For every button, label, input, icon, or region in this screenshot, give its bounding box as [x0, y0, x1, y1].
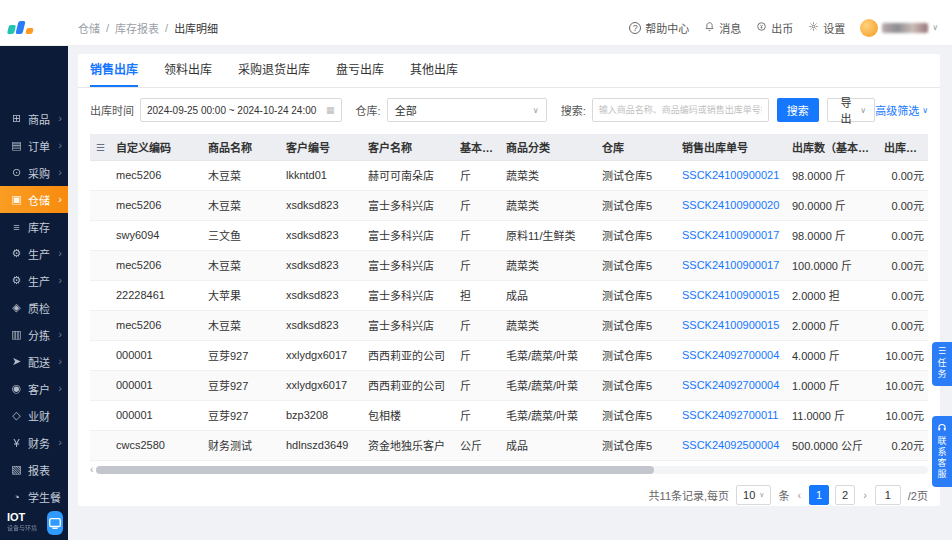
tab-purchase-return[interactable]: 采购退货出库	[238, 54, 310, 87]
cell: 富士多科兴店	[362, 250, 454, 280]
cell: 测试仓库5	[596, 310, 676, 340]
tab-sale[interactable]: 销售出库	[90, 54, 138, 87]
cell: 测试仓库5	[596, 220, 676, 250]
table-row[interactable]: 000001豆芽927xxlydgx6017西西莉亚的公司斤毛菜/蔬菜/叶菜测试…	[90, 340, 928, 370]
sidebar-item-production2[interactable]: ⚙生产›	[0, 267, 68, 294]
page-jump-input[interactable]: 1	[875, 485, 901, 505]
total-pages-text: /2页	[908, 487, 928, 503]
outbound-order-link[interactable]: SSCK24092700004	[676, 370, 786, 400]
chevron-right-icon: ›	[58, 329, 62, 340]
tab-bar: 销售出库领料出库采购退货出库盘亏出库其他出库	[78, 54, 940, 88]
page-button-2[interactable]: 2	[835, 485, 855, 505]
cell: 2.0000 斤	[786, 310, 878, 340]
table-row[interactable]: mec5206木豆菜lkkntd01赫可可南朵店斤蔬菜类测试仓库5SSCK241…	[90, 160, 928, 190]
table-row[interactable]: 000001豆芽927bzp3208包相楼斤毛菜/蔬菜/叶菜测试仓库5SSCK2…	[90, 400, 928, 430]
sidebar-item-label: 生产	[28, 246, 58, 262]
next-page-button[interactable]: ›	[862, 489, 868, 501]
sidebar-item-goods[interactable]: ⊞商品›	[0, 105, 68, 132]
cell: 0.00元	[878, 220, 928, 250]
sidebar-item-report[interactable]: ▧报表	[0, 456, 68, 483]
outbound-order-link[interactable]: SSCK24100900017	[676, 250, 786, 280]
contact-support-button[interactable]: 联系客服	[932, 416, 952, 487]
support-label: 联系客服	[936, 436, 949, 480]
search-input[interactable]	[592, 98, 769, 122]
scrollbar-thumb[interactable]	[96, 466, 653, 474]
task-drawer-button[interactable]: ☰ 任务	[932, 342, 952, 386]
cell: xxlydgx6017	[280, 340, 362, 370]
tab-other[interactable]: 其他出库	[410, 54, 458, 87]
cell: 西西莉亚的公司	[362, 340, 454, 370]
chevron-right-icon: ›	[58, 194, 62, 205]
chevron-down-icon: ∨	[759, 491, 764, 499]
outbound-order-link[interactable]: SSCK24100900017	[676, 220, 786, 250]
tab-loss[interactable]: 盘亏出库	[336, 54, 384, 87]
messages-link[interactable]: 消息	[704, 20, 741, 36]
sidebar-item-meal[interactable]: ◔学生餐	[0, 483, 68, 510]
table-row[interactable]: mec5206木豆菜xsdksd823富士多科兴店斤蔬菜类测试仓库5SSCK24…	[90, 190, 928, 220]
outbound-order-link[interactable]: SSCK24100900020	[676, 190, 786, 220]
outbound-order-link[interactable]: SSCK24100900015	[676, 310, 786, 340]
mall-link[interactable]: 出币	[756, 20, 793, 36]
cell: 担	[454, 280, 500, 310]
outbound-order-link[interactable]: SSCK24092700011	[676, 400, 786, 430]
sidebar-item-quality[interactable]: ◈质检	[0, 294, 68, 321]
sorting-icon: ▥	[9, 328, 24, 341]
cell: 豆芽927	[202, 400, 280, 430]
table-row[interactable]: mec5206木豆菜xsdksd823富士多科兴店斤蔬菜类测试仓库5SSCK24…	[90, 250, 928, 280]
table-row[interactable]: swy6094三文鱼xsdksd823富士多科兴店斤原料11/生鲜类测试仓库5S…	[90, 220, 928, 250]
cell: 斤	[454, 160, 500, 190]
tab-material[interactable]: 领料出库	[164, 54, 212, 87]
sidebar-item-delivery[interactable]: ➤配送›	[0, 348, 68, 375]
sidebar-item-bizfinance[interactable]: ◇业财	[0, 402, 68, 429]
cell: 木豆菜	[202, 160, 280, 190]
breadcrumb-item-inventory-report[interactable]: 库存报表	[115, 20, 159, 36]
sidebar-item-customer[interactable]: ◉客户›	[0, 375, 68, 402]
sidebar-item-inventory[interactable]: ≡库存	[0, 213, 68, 240]
sidebar-item-orders[interactable]: ▤订单›	[0, 132, 68, 159]
pagination: 共11条记录,每页 10 ∨ 条 ‹ 12 › 1 /2页	[78, 474, 940, 507]
table-row[interactable]: mec5206木豆菜xsdksd823富士多科兴店斤蔬菜类测试仓库5SSCK24…	[90, 310, 928, 340]
table-row[interactable]: 22228461大苹果xsdksd823富士多科兴店担成品测试仓库5SSCK24…	[90, 280, 928, 310]
cell: 赫可可南朵店	[362, 160, 454, 190]
advanced-filter-link[interactable]: 高级筛选 ∨	[875, 102, 928, 118]
help-center-link[interactable]: ? 帮助中心	[629, 20, 689, 36]
sidebar-item-purchase[interactable]: ⊙采购›	[0, 159, 68, 186]
outbound-order-link[interactable]: SSCK24100900015	[676, 280, 786, 310]
page-size-select[interactable]: 10 ∨	[736, 485, 771, 505]
sidebar-iot-section[interactable]: IOT 设备与环境	[0, 511, 68, 535]
cell: 木豆菜	[202, 190, 280, 220]
prev-page-button[interactable]: ‹	[796, 489, 802, 501]
sidebar-item-warehouse[interactable]: ▣仓储›	[0, 186, 68, 213]
sidebar-item-finance[interactable]: ¥财务›	[0, 429, 68, 456]
table-row[interactable]: cwcs2580财务测试hdlnszd3649资金地独乐客户公斤成品测试仓库5S…	[90, 430, 928, 460]
chevron-right-icon: ›	[58, 356, 62, 367]
user-menu[interactable]: ∨	[860, 19, 938, 37]
scrollbar-track[interactable]	[96, 466, 928, 474]
page-button-1[interactable]: 1	[809, 485, 829, 505]
settings-link[interactable]: 设置	[808, 20, 845, 36]
chevron-right-icon: ›	[58, 383, 62, 394]
warehouse-select[interactable]: 全部 ∨	[387, 98, 547, 122]
outbound-order-link[interactable]: SSCK24100900021	[676, 160, 786, 190]
column-header: 销售出库单号	[676, 134, 786, 160]
sidebar-item-sorting[interactable]: ▥分拣›	[0, 321, 68, 348]
cell: swy6094	[110, 220, 202, 250]
column-settings-icon[interactable]: ☰	[96, 142, 105, 153]
scroll-left-arrow[interactable]: ‹	[90, 466, 93, 474]
cell: 三文鱼	[202, 220, 280, 250]
outbound-order-link[interactable]: SSCK24092700004	[676, 340, 786, 370]
cell: lkkntd01	[280, 160, 362, 190]
cell: 000001	[110, 340, 202, 370]
sidebar-item-production[interactable]: ⚙生产›	[0, 240, 68, 267]
sidebar-item-label: 库存	[28, 219, 62, 235]
column-header: 自定义编码	[110, 134, 202, 160]
customer-icon: ◉	[9, 382, 24, 395]
table-row[interactable]: 000001豆芽927xxlydgx6017西西莉亚的公司斤毛菜/蔬菜/叶菜测试…	[90, 370, 928, 400]
cell: 测试仓库5	[596, 250, 676, 280]
export-button[interactable]: 导出 ∨	[827, 98, 875, 122]
breadcrumb-item-warehouse[interactable]: 仓储	[78, 20, 100, 36]
search-button[interactable]: 搜索	[777, 98, 819, 122]
cell: 富士多科兴店	[362, 190, 454, 220]
outbound-order-link[interactable]: SSCK24092500004	[676, 430, 786, 460]
date-range-input[interactable]: 2024-09-25 00:00 ~ 2024-10-24 24:00 ▦	[140, 98, 342, 122]
